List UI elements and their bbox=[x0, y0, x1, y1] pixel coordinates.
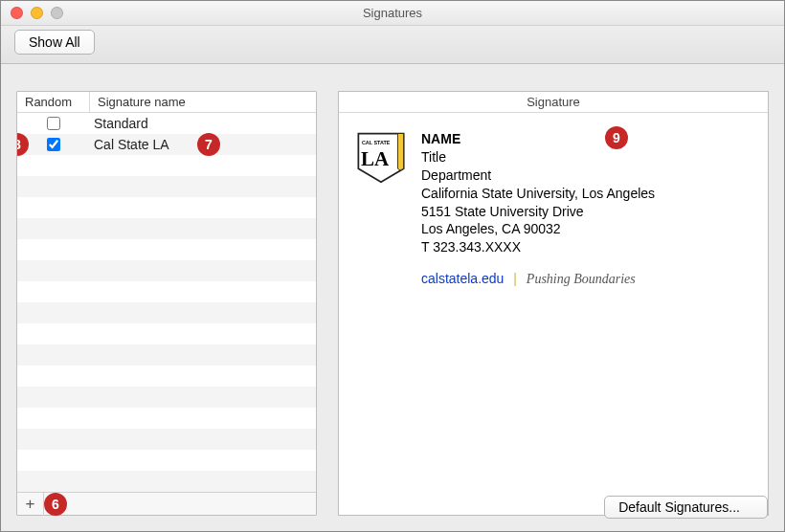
window-controls bbox=[11, 7, 63, 19]
toolbar: Show All bbox=[1, 26, 784, 64]
table-row[interactable]: Standard bbox=[17, 113, 316, 134]
signature-text-block: NAME Title Department California State U… bbox=[421, 130, 655, 289]
svg-text:LA: LA bbox=[361, 147, 390, 170]
preview-header: Signature bbox=[339, 92, 768, 113]
minimize-icon[interactable] bbox=[31, 7, 43, 19]
calstate-la-logo: CAL STATE LA bbox=[354, 130, 408, 184]
divider-icon: | bbox=[507, 271, 523, 286]
sig-org: California State University, Los Angeles bbox=[421, 185, 655, 203]
close-icon[interactable] bbox=[11, 7, 23, 19]
sig-city: Los Angeles, CA 90032 bbox=[421, 220, 655, 238]
show-all-button[interactable]: Show All bbox=[14, 30, 95, 55]
table-row[interactable]: 8 Cal State LA 7 bbox=[17, 134, 316, 155]
column-random[interactable]: Random bbox=[17, 92, 90, 112]
default-signatures-button[interactable]: Default Signatures... bbox=[604, 496, 768, 519]
zoom-icon bbox=[51, 7, 63, 19]
titlebar: Signatures bbox=[1, 1, 784, 26]
bottom-bar: Default Signatures... bbox=[604, 496, 768, 519]
sig-phone: T 323.343.XXXX bbox=[421, 238, 655, 256]
window-title: Signatures bbox=[1, 1, 784, 26]
random-checkbox[interactable] bbox=[47, 117, 60, 130]
list-rows: Standard 8 Cal State LA 7 bbox=[17, 113, 316, 492]
signature-name-cell[interactable]: Cal State LA bbox=[90, 134, 316, 155]
sig-street: 5151 State University Drive bbox=[421, 203, 655, 221]
signature-preview[interactable]: 9 CAL STATE LA NAME Title Department Cal… bbox=[339, 113, 768, 515]
random-checkbox[interactable] bbox=[47, 138, 60, 151]
signature-name-cell[interactable]: Standard bbox=[90, 113, 316, 134]
column-signature-name[interactable]: Signature name bbox=[90, 92, 316, 112]
row-stripes bbox=[17, 113, 316, 492]
signature-preview-panel: Signature 9 CAL STATE LA NAME Title Depa… bbox=[338, 91, 769, 516]
sig-tagline: Pushing Boundaries bbox=[527, 272, 636, 286]
list-footer: + 6 bbox=[17, 492, 316, 515]
callout-6: 6 bbox=[44, 493, 67, 516]
signatures-list-panel: Random Signature name Standard 8 Cal Sta… bbox=[16, 91, 317, 516]
sig-department: Department bbox=[421, 166, 655, 185]
add-signature-button[interactable]: + bbox=[17, 493, 44, 516]
sig-name: NAME bbox=[421, 130, 655, 148]
sig-link[interactable]: calstatela.edu bbox=[421, 271, 504, 286]
sig-title: Title bbox=[421, 148, 655, 166]
svg-text:CAL STATE: CAL STATE bbox=[362, 140, 391, 145]
list-header: Random Signature name bbox=[17, 92, 316, 113]
